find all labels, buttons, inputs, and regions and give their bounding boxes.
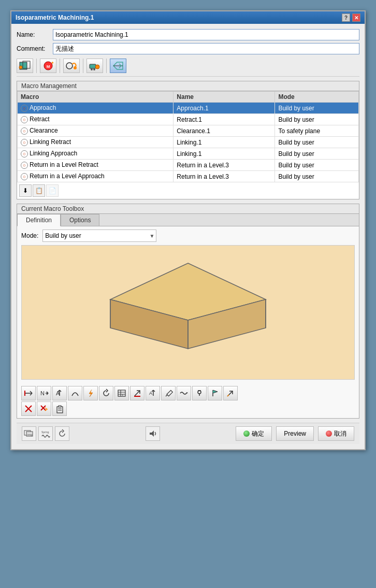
help-button[interactable]: ? <box>342 13 350 22</box>
window-body: Name: Comment: <box>11 24 365 449</box>
svg-text:✦: ✦ <box>51 61 54 65</box>
mode-select[interactable]: Build by user To safety plane None <box>42 230 156 242</box>
table-row[interactable]: ○Return in a Level ApproachReturn in a L… <box>18 171 359 182</box>
name-cell: Clearance.1 <box>173 125 275 137</box>
icon-btn-pin[interactable] <box>192 386 207 400</box>
table-row[interactable]: ○Linking ApproachLinking.1Build by user <box>18 148 359 160</box>
name-cell: Linking.1 <box>173 137 275 148</box>
macro-icon: ○ <box>21 173 28 180</box>
preview-button[interactable]: Preview <box>276 426 314 441</box>
table-row[interactable]: ○ClearanceClearance.1To safety plane <box>18 125 359 137</box>
macro-cell: ○Return in a Level Retract <box>18 160 173 171</box>
icon-btn-diagonal-arrow[interactable] <box>223 386 238 400</box>
macro-management-title: Macro Management <box>17 81 359 91</box>
svg-rect-55 <box>59 406 61 407</box>
icon-btn-a-arrow[interactable]: A <box>146 386 160 400</box>
toolbar-btn-2[interactable]: M ✦ <box>40 59 56 73</box>
confirm-dot <box>243 431 250 437</box>
action-buttons: 确定 Preview 取消 <box>236 426 354 441</box>
icon-btn-list[interactable]: + <box>114 386 129 400</box>
3d-box-svg <box>90 253 286 372</box>
name-cell: Linking.1 <box>173 148 275 160</box>
macro-table-actions: ⬇ 📋 📄 <box>17 182 359 199</box>
macro-cell: ○Linking Approach <box>18 148 173 160</box>
icon-btn-x2[interactable] <box>37 401 51 416</box>
macro-table: Macro Name Mode ○ApproachApproach.1Build… <box>17 91 359 182</box>
icon-btn-wave[interactable] <box>177 386 191 400</box>
toolbar-icons-row2 <box>21 401 355 416</box>
name-input[interactable] <box>53 29 359 40</box>
table-row[interactable]: ○Linking RetractLinking.1Build by user <box>18 137 359 148</box>
macro-management-box: Macro Management Macro Name Mode ○Approa… <box>17 81 359 199</box>
name-label: Name: <box>17 31 53 38</box>
svg-text:img: img <box>27 433 33 436</box>
speaker-icon-btn[interactable] <box>146 426 160 441</box>
icon-btn-x1[interactable] <box>21 401 36 416</box>
icon-btn-clipboard[interactable] <box>52 401 67 416</box>
macro-add-btn[interactable]: ⬇ <box>19 184 32 197</box>
cancel-button[interactable]: 取消 <box>318 426 354 441</box>
mode-cell: Build by user <box>275 114 359 125</box>
macro-cell: ○Approach <box>18 103 173 114</box>
macro-copy-btn[interactable]: 📋 <box>33 184 45 197</box>
macro-cell: ○Linking Retract <box>18 137 173 148</box>
name-cell: Approach.1 <box>173 103 275 114</box>
icon-btn-arrow-up-right[interactable] <box>130 386 144 400</box>
toolbar-icons-row1: N A + <box>21 386 355 400</box>
main-window: Isoparametric Machining.1 ? ✕ Name: Comm… <box>10 10 366 450</box>
current-macro-box: Current Macro Toolbox Definition Options… <box>17 204 359 419</box>
toolbar-btn-5[interactable] <box>110 59 126 73</box>
svg-text:+: + <box>122 393 124 396</box>
svg-text:Spring: Spring <box>41 431 49 434</box>
macro-icon: ○ <box>21 139 28 146</box>
svg-point-11 <box>93 68 95 70</box>
macro-paste-btn[interactable]: 📄 <box>46 184 59 197</box>
icon-btn-arc[interactable] <box>68 386 82 400</box>
cancel-label: 取消 <box>334 429 346 438</box>
col-mode: Mode <box>275 92 359 103</box>
name-cell: Return in a Level.3 <box>173 171 275 182</box>
macro-cell: ○Clearance <box>18 125 173 137</box>
mode-cell: Build by user <box>275 148 359 160</box>
icon-btn-lightning[interactable] <box>83 386 98 400</box>
comment-input[interactable] <box>53 43 359 54</box>
icon-btn-flag[interactable] <box>208 386 222 400</box>
toolbar-btn-1[interactable] <box>17 59 33 73</box>
icon-btn-3[interactable]: A <box>52 386 67 400</box>
toolbar-btn-4[interactable] <box>86 59 103 73</box>
tab-options[interactable]: Options <box>61 214 99 226</box>
macro-bottom-toolbar: N A + <box>17 384 359 418</box>
mode-cell: Build by user <box>275 103 359 114</box>
macro-icon: ○ <box>21 116 28 123</box>
svg-text:M: M <box>47 64 50 69</box>
icon-btn-refresh[interactable] <box>99 386 113 400</box>
icon-btn-1[interactable] <box>21 386 36 400</box>
toolbar-group-1 <box>17 59 37 73</box>
table-row[interactable]: ○ApproachApproach.1Build by user <box>18 103 359 114</box>
title-bar-buttons: ? ✕ <box>342 13 360 22</box>
confirm-button[interactable]: 确定 <box>236 426 272 441</box>
macro-icon: ○ <box>21 162 28 169</box>
spring-icon-btn[interactable]: Spring <box>38 426 53 441</box>
macro-cell: ○Return in a Level Approach <box>18 171 173 182</box>
main-toolbar: M ✦ <box>17 59 359 77</box>
mode-row: Mode: Build by user To safety plane None… <box>17 226 359 245</box>
svg-point-7 <box>74 66 77 69</box>
name-cell: Retract.1 <box>173 114 275 125</box>
comment-label: Comment: <box>17 45 53 52</box>
visualization-area <box>21 245 355 380</box>
table-row[interactable]: ○Return in a Level RetractReturn in a Le… <box>18 160 359 171</box>
close-button[interactable]: ✕ <box>352 13 360 22</box>
scene-icon-btn[interactable]: img <box>22 426 36 441</box>
current-macro-title: Current Macro Toolbox <box>17 204 359 214</box>
tab-definition[interactable]: Definition <box>17 214 61 226</box>
macro-cell: ○Retract <box>18 114 173 125</box>
toolbar-btn-3[interactable] <box>63 59 80 73</box>
icon-btn-pencil[interactable] <box>161 386 176 400</box>
icon-btn-2[interactable]: N <box>37 386 51 400</box>
refresh-icon-btn[interactable] <box>55 426 69 441</box>
confirm-label: 确定 <box>252 429 264 438</box>
toolbar-group-2: M ✦ <box>40 59 60 73</box>
table-row[interactable]: ○RetractRetract.1Build by user <box>18 114 359 125</box>
name-row: Name: <box>17 29 359 40</box>
